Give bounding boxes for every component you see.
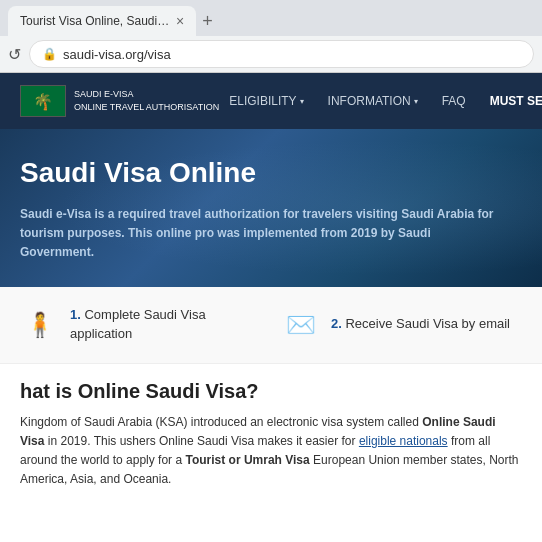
nav-eligibility[interactable]: ELIGIBILITY ▾	[219, 88, 313, 114]
what-is-body: Kingdom of Saudi Arabia (KSA) introduced…	[20, 413, 522, 490]
url-text: saudi-visa.org/visa	[63, 47, 171, 62]
step-2: ✉️ 2. Receive Saudi Visa by email	[281, 305, 522, 345]
logo-line2: ONLINE TRAVEL AUTHORISATION	[74, 101, 219, 114]
step-1-label: Complete Saudi Visa application	[70, 307, 206, 340]
nav-information-label: INFORMATION	[328, 94, 411, 108]
hero-description: Saudi e-Visa is a required travel author…	[20, 205, 500, 263]
information-dropdown-icon: ▾	[414, 97, 418, 106]
lock-icon: 🔒	[42, 47, 57, 61]
step-1-icon: 🧍	[20, 305, 60, 345]
hero-section: Saudi Visa Online Saudi e-Visa is a requ…	[0, 129, 542, 287]
nav-faq[interactable]: FAQ	[432, 88, 476, 114]
site-content: 🌴 SAUDI E-VISA ONLINE TRAVEL AUTHORISATI…	[0, 73, 542, 542]
logo-area: 🌴 SAUDI E-VISA ONLINE TRAVEL AUTHORISATI…	[20, 85, 219, 117]
steps-section: 🧍 1. Complete Saudi Visa application ✉️ …	[0, 287, 542, 364]
flag-icon: 🌴	[20, 85, 66, 117]
step-1: 🧍 1. Complete Saudi Visa application	[20, 305, 261, 345]
logo-line1: SAUDI E-VISA	[74, 88, 219, 101]
what-is-section: hat is Online Saudi Visa? Kingdom of Sau…	[0, 364, 542, 500]
step-1-number: 1.	[70, 307, 81, 322]
site-nav: 🌴 SAUDI E-VISA ONLINE TRAVEL AUTHORISATI…	[0, 73, 542, 129]
step-2-text: 2. Receive Saudi Visa by email	[331, 315, 510, 333]
what-is-bold-2: Tourist or Umrah Visa	[185, 453, 309, 467]
browser-chrome: Tourist Visa Online, Saudi V... × + ↺ 🔒 …	[0, 0, 542, 73]
eligible-nationals-link[interactable]: eligible nationals	[359, 434, 448, 448]
flag-palm: 🌴	[33, 92, 53, 111]
what-is-text-middle: in 2019. This ushers Online Saudi Visa m…	[48, 434, 359, 448]
step-1-text: 1. Complete Saudi Visa application	[70, 306, 261, 342]
hero-title: Saudi Visa Online	[20, 157, 522, 189]
eligibility-dropdown-icon: ▾	[300, 97, 304, 106]
address-bar: ↺ 🔒 saudi-visa.org/visa	[0, 36, 542, 72]
what-is-title: hat is Online Saudi Visa?	[20, 380, 522, 403]
step-2-label: Receive Saudi Visa by email	[345, 316, 510, 331]
nav-information[interactable]: INFORMATION ▾	[318, 88, 428, 114]
active-tab[interactable]: Tourist Visa Online, Saudi V... ×	[8, 6, 196, 36]
nav-must-see-label: MUST SEE	[490, 94, 542, 108]
url-bar[interactable]: 🔒 saudi-visa.org/visa	[29, 40, 534, 68]
nav-faq-label: FAQ	[442, 94, 466, 108]
logo-text: SAUDI E-VISA ONLINE TRAVEL AUTHORISATION	[74, 88, 219, 113]
step-2-number: 2.	[331, 316, 342, 331]
new-tab-button[interactable]: +	[202, 12, 213, 30]
step-2-icon: ✉️	[281, 305, 321, 345]
refresh-button[interactable]: ↺	[8, 45, 21, 64]
nav-eligibility-label: ELIGIBILITY	[229, 94, 296, 108]
close-tab-button[interactable]: ×	[176, 14, 184, 28]
what-is-text-before: Kingdom of Saudi Arabia (KSA) introduced…	[20, 415, 422, 429]
nav-links: ELIGIBILITY ▾ INFORMATION ▾ FAQ MUST SEE…	[219, 88, 542, 114]
nav-must-see[interactable]: MUST SEE ▾	[480, 88, 542, 114]
tab-title: Tourist Visa Online, Saudi V...	[20, 14, 170, 28]
tab-bar: Tourist Visa Online, Saudi V... × +	[0, 0, 542, 36]
what-is-title-text: hat is Online Saudi Visa?	[20, 380, 259, 402]
